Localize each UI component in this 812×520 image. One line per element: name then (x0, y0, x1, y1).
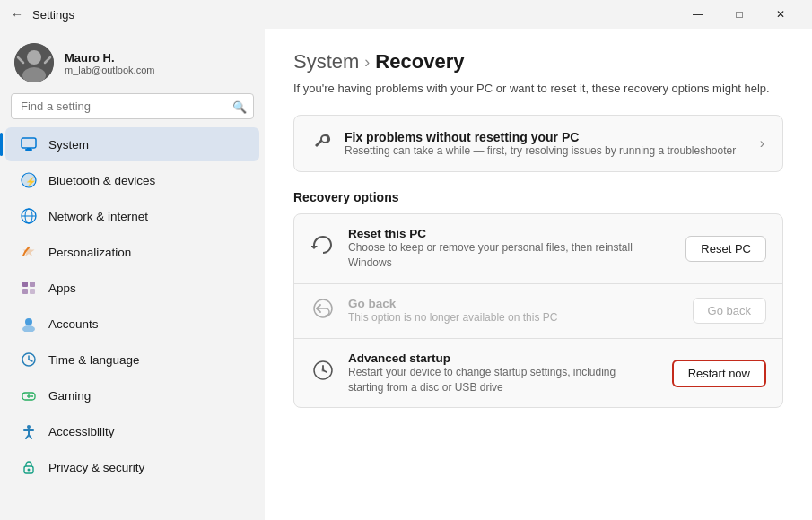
svg-rect-16 (22, 289, 28, 294)
fix-card-title: Fix problems without resetting your PC (345, 130, 736, 144)
title-bar-left: ← Settings (11, 7, 74, 22)
main-content: System › Recovery If you're having probl… (265, 29, 812, 520)
advanced-row-left: Advanced startup Restart your device to … (310, 351, 653, 395)
minimize-button[interactable]: — (677, 0, 719, 29)
gaming-icon (20, 386, 38, 404)
personalization-icon (20, 243, 38, 261)
breadcrumb-current: Recovery (375, 50, 464, 74)
goback-title: Go back (348, 297, 557, 310)
advanced-icon (310, 359, 336, 387)
nav-accounts[interactable]: Accounts (5, 307, 259, 341)
reset-text: Reset this PC Choose to keep or remove y… (348, 227, 653, 271)
svg-point-19 (22, 325, 35, 332)
goback-text: Go back This option is no longer availab… (348, 297, 557, 325)
time-label: Time & language (48, 353, 140, 367)
svg-point-26 (31, 395, 33, 397)
reset-description: Choose to keep or remove your personal f… (348, 240, 653, 271)
svg-point-36 (321, 368, 325, 372)
bluetooth-label: Bluetooth & devices (48, 174, 155, 187)
reset-pc-button[interactable]: Reset PC (685, 236, 766, 262)
advanced-title: Advanced startup (348, 351, 653, 365)
accounts-icon (20, 315, 38, 333)
advanced-text: Advanced startup Restart your device to … (348, 351, 653, 395)
user-email: m_lab@outlook.com (65, 65, 154, 75)
sidebar: Mauro H. m_lab@outlook.com 🔍 System ⚡ Bl… (0, 29, 265, 520)
bluetooth-icon: ⚡ (20, 171, 38, 189)
back-icon[interactable]: ← (11, 7, 23, 22)
advanced-description: Restart your device to change startup se… (348, 365, 653, 395)
app-body: Mauro H. m_lab@outlook.com 🔍 System ⚡ Bl… (0, 29, 812, 520)
fix-problems-card[interactable]: Fix problems without resetting your PC R… (293, 115, 783, 172)
avatar (14, 43, 54, 82)
nav-gaming[interactable]: Gaming (5, 378, 259, 412)
time-icon (20, 351, 38, 368)
maximize-button[interactable]: □ (719, 0, 760, 29)
user-info: Mauro H. m_lab@outlook.com (65, 51, 154, 75)
reset-pc-row: Reset this PC Choose to keep or remove y… (294, 214, 782, 283)
page-description: If you're having problems with your PC o… (293, 81, 778, 97)
goback-button[interactable]: Go back (693, 298, 766, 324)
accessibility-label: Accessibility (48, 425, 115, 438)
restart-now-button[interactable]: Restart now (672, 360, 766, 387)
svg-rect-17 (30, 289, 35, 294)
nav-system[interactable]: System (5, 127, 259, 161)
svg-rect-7 (27, 148, 31, 150)
nav-privacy[interactable]: Privacy & security (5, 450, 259, 484)
breadcrumb-separator: › (364, 53, 370, 72)
gaming-label: Gaming (48, 389, 91, 403)
accessibility-icon (20, 422, 38, 440)
title-bar-controls: — □ ✕ (677, 0, 801, 29)
reset-icon (310, 234, 336, 263)
network-label: Network & internet (48, 210, 148, 223)
breadcrumb: System › Recovery (293, 50, 783, 74)
nav-apps[interactable]: Apps (5, 271, 259, 305)
svg-point-18 (25, 318, 32, 325)
nav-personalization[interactable]: Personalization (5, 235, 259, 269)
reset-title: Reset this PC (348, 227, 653, 240)
close-button[interactable]: ✕ (760, 0, 801, 29)
goback-row: Go back This option is no longer availab… (294, 284, 782, 338)
search-box: 🔍 (11, 93, 254, 119)
nav-time[interactable]: Time & language (5, 342, 259, 377)
apps-label: Apps (48, 282, 76, 295)
recovery-options-title: Recovery options (293, 190, 783, 204)
svg-text:⚡: ⚡ (25, 176, 37, 187)
svg-point-1 (27, 50, 41, 65)
advanced-startup-row: Advanced startup Restart your device to … (294, 339, 782, 408)
privacy-label: Privacy & security (48, 461, 144, 474)
system-icon (20, 135, 38, 153)
accounts-label: Accounts (48, 317, 99, 331)
system-label: System (48, 138, 89, 152)
svg-rect-15 (30, 282, 35, 287)
svg-line-31 (29, 435, 31, 438)
network-icon (20, 207, 38, 225)
recovery-options-box: Reset this PC Choose to keep or remove y… (293, 213, 783, 408)
user-profile: Mauro H. m_lab@outlook.com (0, 29, 265, 93)
reset-row-left: Reset this PC Choose to keep or remove y… (310, 227, 653, 271)
fix-card-chevron-icon: › (760, 135, 764, 152)
nav-bluetooth[interactable]: ⚡ Bluetooth & devices (5, 163, 259, 197)
fix-card-description: Resetting can take a while — first, try … (345, 144, 736, 157)
apps-icon (20, 279, 38, 297)
svg-line-22 (29, 360, 32, 361)
goback-row-left: Go back This option is no longer availab… (310, 297, 557, 325)
personalization-label: Personalization (48, 246, 131, 259)
user-name: Mauro H. (65, 51, 154, 65)
title-bar: ← Settings — □ ✕ (0, 0, 812, 29)
fix-card-left: Fix problems without resetting your PC R… (312, 130, 736, 157)
breadcrumb-parent: System (293, 50, 359, 74)
goback-description: This option is no longer available on th… (348, 310, 557, 325)
goback-icon (310, 297, 336, 325)
privacy-icon (20, 458, 38, 476)
app-title: Settings (32, 8, 74, 22)
search-input[interactable] (11, 93, 254, 119)
fix-wrench-icon (312, 132, 332, 156)
nav-network[interactable]: Network & internet (5, 199, 259, 233)
svg-rect-14 (22, 282, 28, 287)
nav-accessibility[interactable]: Accessibility (5, 414, 259, 448)
fix-card-text: Fix problems without resetting your PC R… (345, 130, 736, 157)
svg-rect-5 (22, 138, 36, 148)
svg-point-33 (28, 469, 31, 472)
